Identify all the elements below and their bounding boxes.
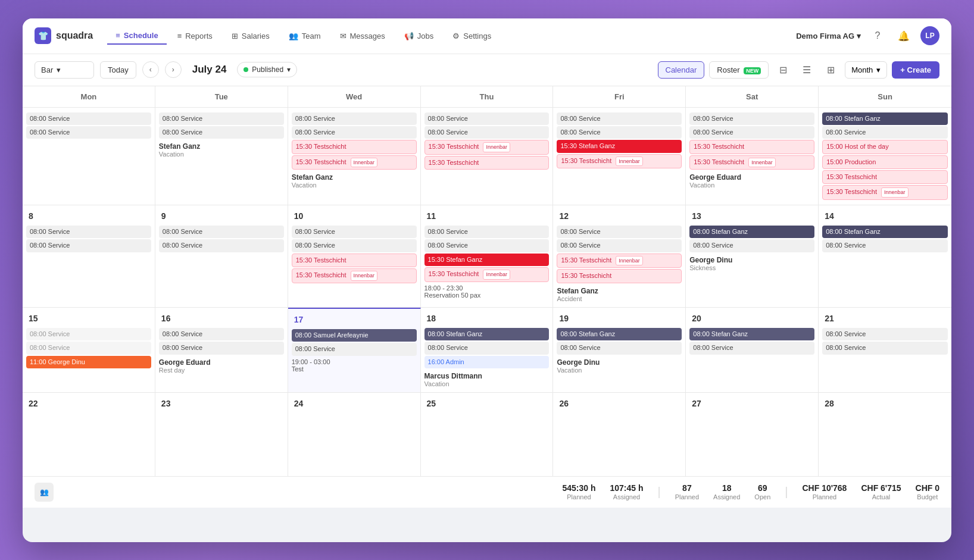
- logo-area: 👕 squadra: [35, 27, 93, 44]
- event-item[interactable]: 08:00 Service: [159, 328, 284, 340]
- published-status[interactable]: Published ▾: [237, 62, 297, 77]
- event-item[interactable]: 08:00 Service: [26, 226, 151, 238]
- nav-messages[interactable]: ✉ Messages: [332, 28, 394, 44]
- event-item[interactable]: 08:00 Service: [557, 126, 682, 139]
- event-item[interactable]: 08:00 Service: [689, 239, 814, 252]
- event-item[interactable]: 08:00 Service: [557, 342, 682, 354]
- calendar-body: 08:00 Service 08:00 Service 08:00 Servic…: [23, 108, 951, 476]
- event-item[interactable]: 08:00 Service: [424, 126, 550, 139]
- prev-period-button[interactable]: ‹: [142, 61, 159, 78]
- create-button[interactable]: + Create: [892, 61, 939, 79]
- reservation-label: Test: [292, 365, 417, 373]
- event-item[interactable]: 08:00 Service: [159, 112, 284, 125]
- event-item[interactable]: 08:00 Service: [557, 112, 682, 125]
- event-item[interactable]: 08:00 Service: [822, 328, 948, 340]
- next-period-button[interactable]: ›: [165, 61, 182, 78]
- event-item[interactable]: 08:00 Service: [159, 126, 284, 139]
- event-item[interactable]: 08:00 Service: [689, 126, 814, 139]
- event-item[interactable]: 08:00 Service: [292, 343, 417, 355]
- grid-view-icon[interactable]: ⊞: [821, 60, 840, 79]
- day-number: 11: [424, 210, 439, 222]
- event-item[interactable]: 08:00 Service: [822, 342, 948, 354]
- event-item[interactable]: 15:30 Testschicht Innenbar: [557, 254, 682, 268]
- event-item[interactable]: 08:00 Samuel Arefeaynie: [292, 329, 417, 342]
- nav-team[interactable]: 👥 Team: [280, 28, 329, 44]
- event-item[interactable]: 15:30 Testschicht Innenbar: [292, 155, 417, 170]
- event-item[interactable]: 08:00 Service: [26, 126, 151, 139]
- vacation-name: Stefan Ganz: [159, 142, 284, 151]
- event-item[interactable]: 08:00 Stefan Ganz: [557, 328, 682, 340]
- filter-icon[interactable]: ⊟: [773, 60, 792, 79]
- event-item[interactable]: 08:00 Service: [424, 226, 550, 238]
- roster-view-button[interactable]: Roster NEW: [709, 61, 769, 79]
- event-item[interactable]: 08:00 Service: [557, 239, 682, 252]
- day-10: 10 08:00 Service 08:00 Service 15:30 Tes…: [288, 205, 421, 307]
- event-item[interactable]: 08:00 Service: [424, 112, 550, 125]
- nav-schedule[interactable]: ≡ Schedule: [107, 27, 166, 45]
- week-4: 22 23 24 25 26 27 28: [23, 393, 951, 476]
- event-item[interactable]: 15:30 Testschicht: [424, 156, 550, 170]
- avatar[interactable]: LP: [920, 26, 939, 45]
- calendar-view-button[interactable]: Calendar: [658, 61, 705, 79]
- event-item[interactable]: 15:30 Testschicht: [689, 140, 814, 154]
- event-item[interactable]: 08:00 Service: [292, 226, 417, 238]
- list-view-icon[interactable]: ☰: [797, 60, 816, 79]
- event-item[interactable]: 08:00 Service: [292, 112, 417, 125]
- event-item[interactable]: 08:00 Stefan Ganz: [822, 112, 948, 125]
- app-container: 👕 squadra ≡ Schedule ≡ Reports ⊞ Salarie…: [23, 18, 951, 542]
- stat-chf-budget-label: Budget: [916, 493, 939, 500]
- event-item[interactable]: 16:00 Admin: [424, 356, 550, 368]
- vacation-entry: Stefan Ganz Accident: [557, 287, 682, 302]
- event-item[interactable]: 15:30 Testschicht: [557, 269, 682, 283]
- event-item[interactable]: 08:00 Stefan Ganz: [689, 226, 814, 238]
- day-tue-w1: 08:00 Service 08:00 Service Stefan Ganz …: [155, 108, 288, 205]
- event-item[interactable]: 15:30 Testschicht Innenbar: [689, 155, 814, 170]
- event-item[interactable]: 08:00 Service: [292, 239, 417, 252]
- today-button[interactable]: Today: [100, 61, 136, 79]
- event-item[interactable]: 08:00 Service: [26, 239, 151, 252]
- event-item[interactable]: 15:30 Stefan Ganz: [557, 140, 682, 152]
- event-item[interactable]: 15:30 Testschicht Innenbar: [424, 267, 550, 282]
- event-item[interactable]: 08:00 Service: [424, 342, 550, 354]
- nav-jobs[interactable]: 📢 Jobs: [396, 28, 442, 44]
- event-item[interactable]: 08:00 Stefan Ganz: [822, 226, 948, 238]
- event-item[interactable]: 08:00 Service: [292, 126, 417, 139]
- nav-reports[interactable]: ≡ Reports: [169, 28, 221, 44]
- event-item[interactable]: 08:00 Service: [822, 239, 948, 252]
- event-item[interactable]: 15:30 Testschicht Innenbar: [292, 268, 417, 283]
- company-dropdown[interactable]: Demo Firma AG ▾: [796, 32, 861, 40]
- event-item[interactable]: 15:30 Testschicht Innenbar: [424, 140, 550, 155]
- event-item[interactable]: 08:00 Service: [822, 126, 948, 139]
- stat-chf-planned-value: CHF 10'768: [802, 483, 847, 493]
- event-item[interactable]: 15:00 Host of the day: [822, 140, 948, 154]
- event-item[interactable]: 08:00 Service: [689, 342, 814, 354]
- nav-settings-label: Settings: [463, 32, 491, 40]
- notifications-button[interactable]: 🔔: [894, 26, 913, 45]
- nav-settings[interactable]: ⚙ Settings: [444, 28, 500, 44]
- event-item[interactable]: 08:00 Stefan Ganz: [424, 328, 550, 340]
- event-item[interactable]: 08:00 Service: [26, 342, 151, 354]
- event-item[interactable]: 15:30 Testschicht Innenbar: [557, 154, 682, 169]
- month-select[interactable]: Month ▾: [845, 61, 887, 79]
- day-21: 21 08:00 Service 08:00 Service: [819, 308, 951, 392]
- event-item[interactable]: 15:30 Testschicht: [292, 140, 417, 154]
- event-item[interactable]: 08:00 Service: [26, 112, 151, 125]
- event-item[interactable]: 15:30 Stefan Ganz: [424, 254, 550, 266]
- event-item[interactable]: 15:00 Production: [822, 155, 948, 169]
- nav-salaries[interactable]: ⊞ Salaries: [223, 28, 278, 44]
- event-item[interactable]: 08:00 Service: [689, 112, 814, 125]
- event-item[interactable]: 08:00 Service: [424, 239, 550, 252]
- event-item[interactable]: 08:00 Service: [159, 239, 284, 252]
- stat-assigned-count: 18 Assigned: [713, 483, 740, 500]
- event-item[interactable]: 08:00 Service: [557, 226, 682, 238]
- event-item[interactable]: 08:00 Service: [159, 226, 284, 238]
- event-item[interactable]: 15:30 Testschicht Innenbar: [822, 185, 948, 200]
- event-item[interactable]: 08:00 Stefan Ganz: [689, 328, 814, 340]
- help-button[interactable]: ?: [868, 26, 887, 45]
- event-item[interactable]: 08:00 Service: [26, 328, 151, 340]
- event-item[interactable]: 11:00 George Dinu: [26, 356, 151, 368]
- event-item[interactable]: 08:00 Service: [159, 342, 284, 354]
- event-item[interactable]: 15:30 Testschicht: [822, 170, 948, 184]
- location-select[interactable]: Bar ▾: [35, 61, 94, 79]
- event-item[interactable]: 15:30 Testschicht: [292, 254, 417, 267]
